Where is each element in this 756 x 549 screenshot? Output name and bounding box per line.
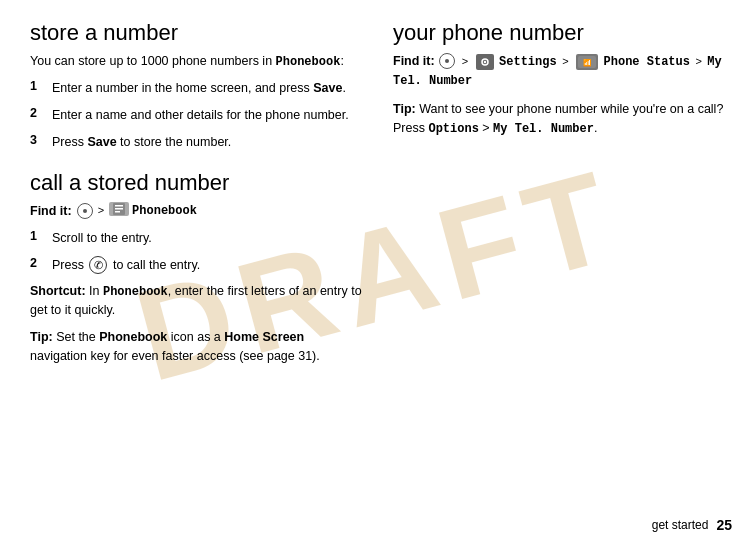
tip-phonebook-bold: Phonebook [99, 330, 167, 344]
settings-icon [476, 54, 494, 70]
shortcut-phonebook: Phonebook [103, 285, 168, 299]
settings-svg [478, 56, 492, 68]
phone-status-svg: 📶 [578, 56, 596, 68]
call-step-2: 2 Press ✆ to call the entry. [30, 256, 363, 275]
store-intro: You can store up to 1000 phone numbers i… [30, 52, 363, 71]
step-1-num: 1 [30, 79, 44, 98]
call-step-1-num: 1 [30, 229, 44, 248]
step-2-text: Enter a name and other details for the p… [52, 106, 349, 125]
phone-find-it-label: Find it: [393, 54, 435, 68]
settings-label: Settings [499, 55, 557, 69]
phone-nav-circle-icon [439, 53, 455, 69]
phone-status-label: Phone Status [604, 55, 690, 69]
call-tip-para: Tip: Set the Phonebook icon as a Home Sc… [30, 328, 363, 366]
svg-rect-3 [115, 211, 120, 213]
phone-nav-dot [445, 59, 449, 63]
phone-status-icon: 📶 [576, 54, 598, 70]
page-number: 25 [716, 517, 732, 533]
phonebook-nav-icon [109, 202, 129, 216]
shortcut-para: Shortcut: In Phonebook, enter the first … [30, 282, 363, 320]
tip-homescreen-bold: Home Screen [224, 330, 304, 344]
nav-icon-dot-wrap [76, 202, 94, 221]
shortcut-label: Shortcut: [30, 284, 86, 298]
phonebook-ref: Phonebook [276, 55, 341, 69]
svg-text:📶: 📶 [583, 58, 592, 67]
right-column: your phone number Find it: > Settings > [393, 20, 726, 374]
call-step-2-num: 2 [30, 256, 44, 275]
nav-dot [83, 209, 87, 213]
content-area: store a number You can store up to 1000 … [30, 20, 726, 374]
call-find-it-label: Find it: [30, 202, 72, 221]
phone-tip-para: Tip: Want to see your phone number while… [393, 100, 726, 138]
page-label: get started [652, 518, 709, 532]
svg-rect-2 [115, 208, 123, 210]
left-column: store a number You can store up to 1000 … [30, 20, 363, 374]
call-step-2-text: Press ✆ to call the entry. [52, 256, 200, 275]
phonebook-svg-icon [112, 203, 126, 215]
phone-gt3: > [695, 55, 701, 67]
my-tel-number-label: My Tel. Number [493, 122, 594, 136]
call-phonebook-label: Phonebook [132, 202, 197, 220]
phone-gt2: > [562, 55, 568, 67]
store-heading: store a number [30, 20, 363, 46]
call-find-it: Find it: > Phonebook [30, 202, 363, 221]
call-steps: 1 Scroll to the entry. 2 Press ✆ to call… [30, 229, 363, 275]
page-footer: get started 25 [652, 517, 732, 533]
phone-find-it: Find it: > Settings > 📶 Pho [393, 52, 726, 90]
svg-rect-1 [115, 205, 123, 207]
store-intro-text: You can store up to 1000 phone numbers i… [30, 54, 272, 68]
step-2: 2 Enter a name and other details for the… [30, 106, 363, 125]
step-2-num: 2 [30, 106, 44, 125]
call-heading: call a stored number [30, 170, 363, 196]
phone-number-heading: your phone number [393, 20, 726, 46]
phone-gt1: > [462, 55, 468, 67]
svg-point-5 [483, 61, 485, 63]
step-3: 3 Press Save to store the number. [30, 133, 363, 152]
step-1: 1 Enter a number in the home screen, and… [30, 79, 363, 98]
gt1: > [98, 202, 104, 219]
step-3-text: Press Save to store the number. [52, 133, 231, 152]
call-button-icon: ✆ [89, 256, 107, 274]
step-3-num: 3 [30, 133, 44, 152]
call-tip-label: Tip: [30, 330, 53, 344]
call-step-1-text: Scroll to the entry. [52, 229, 152, 248]
phone-tip-label: Tip: [393, 102, 416, 116]
page-container: DRAFT store a number You can store up to… [0, 0, 756, 549]
options-label: Options [428, 122, 478, 136]
step-1-text: Enter a number in the home screen, and p… [52, 79, 346, 98]
nav-circle-icon [77, 203, 93, 219]
store-intro-end: : [340, 54, 343, 68]
store-steps: 1 Enter a number in the home screen, and… [30, 79, 363, 151]
call-step-1: 1 Scroll to the entry. [30, 229, 363, 248]
